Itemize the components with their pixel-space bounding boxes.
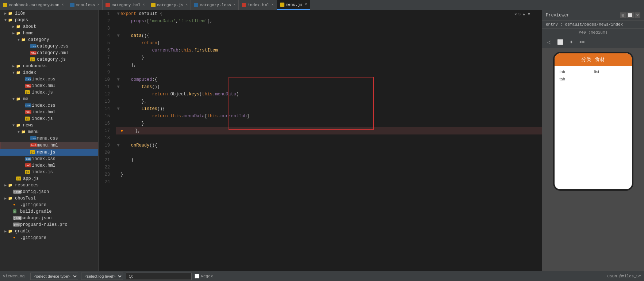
- sidebar-item-label: package.json: [20, 216, 51, 221]
- fold-indicator[interactable]: ▼: [116, 76, 120, 83]
- sidebar-item-category-hml[interactable]: ▶ hml category.hml: [0, 50, 98, 56]
- fold-indicator: [116, 98, 120, 105]
- fold-indicator[interactable]: ▼: [116, 83, 120, 91]
- tab-close-icon[interactable]: ×: [185, 3, 188, 7]
- fold-indicator[interactable]: ▼: [116, 32, 120, 39]
- fold-count-icon: ✕: [514, 12, 517, 16]
- sidebar-item-me-hml[interactable]: ▶ hml index.hml: [0, 109, 98, 115]
- sidebar-item-menu-folder[interactable]: ▼ 📁 menu: [0, 129, 98, 135]
- phone-app-header: 分类 食材: [555, 53, 632, 66]
- sidebar-item-i18n[interactable]: ▶ 📁 i18n: [0, 10, 98, 17]
- hml-file-icon: hml: [30, 143, 36, 148]
- tab-index-hml[interactable]: index.hml ×: [239, 0, 277, 10]
- sidebar-item-news-css[interactable]: ▶ css index.css: [0, 156, 98, 162]
- fold-indicator[interactable]: ▼: [116, 142, 120, 149]
- fold-indicator: [116, 113, 120, 120]
- sidebar-item-pages[interactable]: ▼ 📁 pages: [0, 17, 98, 23]
- fold-indicator[interactable]: ▼: [116, 10, 120, 18]
- fold-indicator: [116, 61, 120, 69]
- sidebar-item-gitignore1[interactable]: ▶ ● .gitignore: [0, 202, 98, 208]
- tab-label: category.less: [200, 3, 231, 7]
- sidebar-item-config-json[interactable]: ▶ json config.json: [0, 189, 98, 195]
- sidebar-item-package-json[interactable]: ▶ json package.json: [0, 215, 98, 221]
- css-file-icon: css: [25, 77, 31, 81]
- tab-category-less[interactable]: category.less ×: [191, 0, 239, 10]
- fold-down-arrow[interactable]: ▼: [527, 12, 531, 16]
- tab-menu-js[interactable]: menu.js ×: [277, 0, 310, 10]
- sidebar-item-index-js[interactable]: ▶ js index.js: [0, 89, 98, 96]
- fold-indicator: [116, 178, 120, 186]
- sidebar-item-me-css[interactable]: ▶ css index.css: [0, 102, 98, 109]
- fold-up-arrow[interactable]: ▲: [522, 12, 526, 16]
- tab-category-js[interactable]: category.js ×: [148, 0, 191, 10]
- sidebar-item-news-js[interactable]: ▶ js index.js: [0, 169, 98, 175]
- sidebar-item-label: category.js: [37, 57, 66, 62]
- sidebar-item-app-js[interactable]: ▶ js app.js: [0, 175, 98, 182]
- hml-file-icon: hml: [30, 51, 36, 55]
- device-label: P40 (medium): [542, 29, 644, 36]
- sidebar-item-home[interactable]: ▶ 📁 home: [0, 30, 98, 37]
- tab-cookbook-category[interactable]: cookbook.categoryJson ×: [0, 0, 67, 10]
- close-panel-button[interactable]: ✕: [635, 12, 640, 18]
- sidebar-item-build-gradle[interactable]: ▶ g build.gradle: [0, 208, 98, 215]
- sidebar-item-menu-hml[interactable]: ▶ hml menu.hml: [0, 142, 98, 149]
- sidebar-item-index-css[interactable]: ▶ css index.css: [0, 76, 98, 83]
- log-level-select[interactable]: <select log level>: [81, 273, 123, 280]
- sidebar-item-ohostest[interactable]: ▶ 📁 ohosTest: [0, 195, 98, 202]
- tab-close-icon[interactable]: ×: [97, 3, 99, 7]
- code-container[interactable]: 1 2 3 4 5 6 7 8 9 10 11 12 13 14 15 16 1…: [99, 10, 542, 271]
- device-type-select[interactable]: <select device type>: [30, 273, 78, 280]
- chevron-down-icon: ▼: [11, 124, 16, 128]
- chevron-right-icon: ▶: [3, 11, 8, 16]
- sidebar-item-about[interactable]: ▶ 📁 about: [0, 23, 98, 30]
- sidebar-item-news[interactable]: ▼ 📁 news: [0, 122, 98, 129]
- sidebar-item-me[interactable]: ▼ 📁 me: [0, 96, 98, 102]
- sidebar-item-category-css[interactable]: ▶ css category.css: [0, 43, 98, 50]
- sidebar-item-news-hml[interactable]: ▶ hml index.hml: [0, 162, 98, 169]
- phone-tab2: tab: [557, 76, 629, 82]
- sidebar-item-cookbooks[interactable]: ▶ 📁 cookbooks: [0, 63, 98, 69]
- rotate-button[interactable]: ⬜: [556, 38, 565, 46]
- sidebar-item-label: category.hml: [37, 50, 68, 56]
- code-content[interactable]: ▼ export default { props:['menuData','fi…: [113, 10, 542, 271]
- fold-indicator: [116, 54, 120, 61]
- folder-icon: 📁: [16, 123, 22, 128]
- sidebar-item-gradle[interactable]: ▶ 📁 gradle: [0, 228, 98, 235]
- tab-close-icon[interactable]: ×: [272, 3, 274, 7]
- expand-button[interactable]: ⬜: [626, 12, 634, 18]
- tab-icon-js: [3, 3, 7, 7]
- sidebar-item-category[interactable]: ▼ 📁 category: [0, 37, 98, 43]
- sidebar-item-index-hml[interactable]: ▶ hml index.hml: [0, 83, 98, 89]
- sidebar-item-category-js[interactable]: ▶ js category.js: [0, 56, 98, 63]
- tab-close-icon[interactable]: ×: [305, 3, 307, 7]
- tab-menuless[interactable]: menuless ×: [67, 0, 103, 10]
- sidebar-item-label: index.css: [32, 77, 55, 82]
- tab-category-hml[interactable]: category.hml ×: [103, 0, 148, 10]
- sidebar-item-label: resources: [15, 183, 39, 188]
- js-file-icon: js: [25, 170, 31, 174]
- sidebar-item-menu-js[interactable]: ▶ js menu.js: [0, 149, 98, 156]
- sidebar-item-menu-css[interactable]: ▶ css menu.css: [0, 135, 98, 142]
- sidebar-item-index[interactable]: ▼ 📁 index: [0, 69, 98, 76]
- hml-file-icon: hml: [25, 163, 31, 168]
- grid-view-button[interactable]: ⊞: [620, 12, 626, 18]
- log-search-input[interactable]: [126, 273, 192, 280]
- tab-close-icon[interactable]: ×: [233, 3, 235, 7]
- sidebar-item-label: .gitignore: [20, 235, 46, 240]
- tab-close-icon[interactable]: ×: [62, 3, 64, 7]
- sidebar-item-me-js[interactable]: ▶ js index.js: [0, 115, 98, 122]
- code-line-5: return{: [116, 39, 542, 47]
- chevron-down-icon: ▼: [16, 38, 21, 42]
- file-tree: ▶ 📁 i18n ▼ 📁 pages ▶ 📁 about ▶ 📁 home ▼ …: [0, 10, 99, 271]
- more-button[interactable]: •••: [578, 38, 586, 46]
- sidebar-item-gitignore2[interactable]: ▶ ● .gitignore: [0, 235, 98, 241]
- tab-close-icon[interactable]: ×: [143, 3, 145, 7]
- sidebar-item-label: index.hml: [32, 110, 55, 115]
- sidebar-item-resources[interactable]: ▶ 📁 resources: [0, 182, 98, 189]
- folder-icon: 📁: [8, 11, 14, 16]
- regex-checkbox[interactable]: [195, 274, 199, 278]
- sidebar-item-proguard[interactable]: ▶ pro proguard-rules.pro: [0, 221, 98, 228]
- settings-button[interactable]: ✦: [568, 38, 575, 46]
- fold-indicator[interactable]: ▼: [116, 105, 120, 113]
- back-button[interactable]: ◁: [546, 38, 553, 46]
